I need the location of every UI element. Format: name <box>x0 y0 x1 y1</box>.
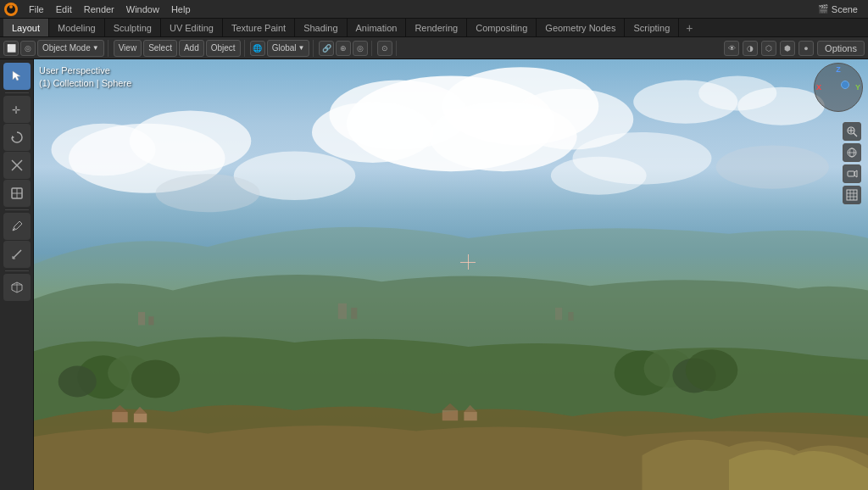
svg-point-40 <box>108 355 151 390</box>
pivot-icon[interactable]: ⊙ <box>377 41 392 56</box>
solid-mode-icon[interactable]: ⬡ <box>761 41 776 56</box>
svg-point-30 <box>551 157 647 195</box>
navigation-gizmo[interactable]: Z X Y <box>814 63 865 114</box>
tab-texture-paint[interactable]: Texture Paint <box>223 19 295 36</box>
tab-compositing[interactable]: Compositing <box>467 19 537 36</box>
global-icon[interactable]: 🌐 <box>250 41 265 56</box>
tab-scripting[interactable]: Scripting <box>625 19 679 36</box>
svg-point-31 <box>156 174 260 212</box>
viewport-icon[interactable]: ⬜ <box>3 41 19 56</box>
tool-transform[interactable] <box>3 180 31 207</box>
options-group: 👁 ◑ ⬡ ⬢ ● Options <box>724 41 865 56</box>
overlay-icon[interactable]: 👁 <box>724 41 739 56</box>
viewport-background: User Perspective (1) Collection | Sphere… <box>34 59 868 490</box>
tab-animation[interactable]: Animation <box>348 19 407 36</box>
zoom-world-button[interactable] <box>843 143 861 162</box>
tab-uv-editing[interactable]: UV Editing <box>161 19 223 36</box>
tab-shading[interactable]: Shading <box>295 19 347 36</box>
svg-point-2 <box>9 5 13 8</box>
material-mode-icon[interactable]: ⬢ <box>780 41 795 56</box>
top-menu-bar: File Edit Render Window Help 🎬 Scene <box>0 0 868 19</box>
tab-rendering[interactable]: Rendering <box>406 19 467 36</box>
svg-line-11 <box>13 250 21 259</box>
svg-marker-50 <box>134 407 147 414</box>
snap-group: 🔗 ⊕ ◎ <box>319 41 372 56</box>
svg-point-41 <box>58 365 97 397</box>
svg-marker-4 <box>12 136 14 139</box>
tool-select[interactable] <box>3 63 31 90</box>
svg-rect-62 <box>848 171 854 176</box>
snap-icon[interactable]: ⊕ <box>336 41 351 56</box>
svg-point-19 <box>312 102 434 163</box>
tool-move[interactable]: ✛ <box>3 96 31 123</box>
global-button[interactable]: Global ▼ <box>267 40 310 57</box>
tab-modeling[interactable]: Modeling <box>49 19 105 36</box>
svg-rect-34 <box>148 316 153 325</box>
zoom-in-button[interactable] <box>843 122 861 141</box>
svg-point-23 <box>52 124 156 176</box>
add-menu[interactable]: Add <box>179 40 204 57</box>
tab-layout[interactable]: Layout <box>3 19 49 36</box>
tool-rotate[interactable] <box>3 124 31 151</box>
svg-rect-37 <box>555 308 562 320</box>
options-button[interactable]: Options <box>817 41 865 56</box>
svg-rect-47 <box>112 412 127 422</box>
gizmo-y-axis: Y <box>855 83 860 92</box>
svg-marker-48 <box>112 405 127 412</box>
shading-icon[interactable]: ◑ <box>743 41 758 56</box>
svg-point-28 <box>234 152 356 200</box>
camera-view-button[interactable] <box>843 164 861 183</box>
tab-sculpting[interactable]: Sculpting <box>105 19 161 36</box>
sidebar-divider-2 <box>5 209 29 210</box>
toggle-grid-button[interactable] <box>843 186 861 204</box>
3d-cursor[interactable] <box>460 254 476 270</box>
top-menu-items: File Edit Render Window Help <box>24 3 196 16</box>
tool-scale[interactable] <box>3 152 31 179</box>
svg-point-17 <box>442 67 599 145</box>
sidebar-divider-3 <box>5 270 29 271</box>
scene-name-label: Scene <box>832 4 858 14</box>
main-area: ✛ <box>0 59 868 490</box>
svg-point-43 <box>615 350 670 395</box>
local-icon[interactable]: ◎ <box>20 41 36 56</box>
svg-point-25 <box>633 81 737 124</box>
svg-rect-38 <box>568 312 573 320</box>
mode-button[interactable]: Object Mode ▼ <box>37 40 104 57</box>
magnet-icon[interactable]: 🔗 <box>319 41 334 56</box>
svg-marker-52 <box>442 404 458 410</box>
tool-annotate[interactable] <box>3 213 31 240</box>
menu-file[interactable]: File <box>24 3 49 16</box>
svg-point-26 <box>698 75 776 110</box>
menu-render[interactable]: Render <box>79 3 120 16</box>
object-menu[interactable]: Object <box>206 40 241 57</box>
svg-rect-51 <box>442 410 458 420</box>
svg-point-21 <box>512 89 634 150</box>
viewport-collection-label: (1) Collection | Sphere <box>39 77 131 90</box>
viewport[interactable]: User Perspective (1) Collection | Sphere… <box>34 59 868 490</box>
clouds-layer <box>34 59 868 275</box>
menu-window[interactable]: Window <box>121 3 164 16</box>
menu-help[interactable]: Help <box>166 3 196 16</box>
menu-edit[interactable]: Edit <box>51 3 77 16</box>
add-workspace-button[interactable]: + <box>679 19 699 36</box>
select-menu[interactable]: Select <box>143 40 177 57</box>
sidebar-divider-1 <box>5 92 29 93</box>
svg-rect-35 <box>338 303 347 319</box>
tool-add-cube[interactable] <box>3 274 31 301</box>
blender-logo-icon[interactable] <box>3 2 19 17</box>
view-menu[interactable]: View <box>114 40 142 57</box>
svg-rect-53 <box>464 412 476 420</box>
svg-point-39 <box>77 355 130 398</box>
transform-group: 🌐 Global ▼ <box>250 40 314 57</box>
render-mode-icon[interactable]: ● <box>798 41 814 56</box>
scene-selector[interactable]: 🎬 Scene <box>818 4 865 14</box>
gizmo-x-axis: X <box>816 83 821 92</box>
proportional-icon[interactable]: ◎ <box>353 41 368 56</box>
svg-point-29 <box>573 132 712 185</box>
view-group: View Select Add Object <box>114 40 245 57</box>
tab-geometry-nodes[interactable]: Geometry Nodes <box>537 19 625 36</box>
svg-point-32 <box>716 145 829 188</box>
svg-rect-49 <box>134 414 147 422</box>
svg-point-20 <box>429 102 576 171</box>
tool-measure[interactable] <box>3 241 31 268</box>
